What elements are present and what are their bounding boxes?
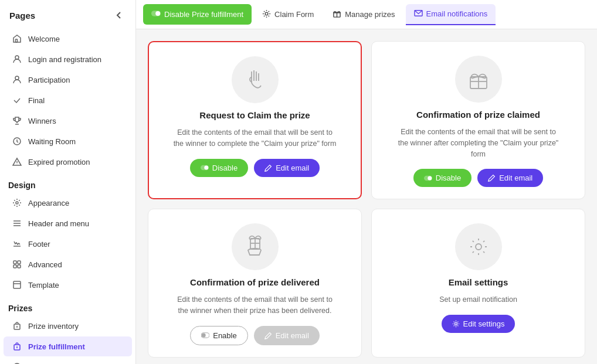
sidebar-item-label: Participation bbox=[28, 76, 70, 84]
topbar: Disable Prize fulfillment Claim Form Man… bbox=[136, 0, 597, 29]
disable-prize-fulfillment-button[interactable]: Disable Prize fulfillment bbox=[143, 4, 252, 25]
prize-fulfillment-icon bbox=[12, 341, 22, 352]
request-claim-card: Request to Claim the prize Edit the cont… bbox=[148, 41, 362, 199]
sidebar-item-prize-fulfillment[interactable]: Prize fulfillment bbox=[4, 336, 132, 356]
topbar-btn-label: Claim Form bbox=[274, 10, 314, 19]
sidebar-item-label: Prize inventory bbox=[28, 322, 79, 331]
edit-email-button-disabled: Edit email bbox=[254, 326, 320, 345]
svg-point-1 bbox=[15, 56, 19, 59]
topbar-btn-label: Email notifications bbox=[426, 9, 488, 18]
card-actions: Enable Edit email bbox=[190, 326, 320, 345]
svg-rect-5 bbox=[13, 261, 16, 264]
sidebar-item-prize-inventory[interactable]: Prize inventory bbox=[4, 316, 132, 336]
svg-point-25 bbox=[202, 334, 206, 338]
enable-label: Enable bbox=[213, 331, 236, 340]
email-icon bbox=[414, 9, 423, 19]
card-desc: Edit the contents of the email that will… bbox=[173, 294, 337, 317]
sidebar-item-label: Prize fulfillment bbox=[28, 342, 85, 351]
sidebar-collapse-button[interactable] bbox=[112, 8, 126, 22]
card-actions: Disable Edit email bbox=[190, 159, 320, 177]
sidebar-item-template[interactable]: Template bbox=[4, 275, 132, 295]
card-title: Confirmation of prize delivered bbox=[190, 277, 320, 287]
hand-stop-icon-circle bbox=[232, 56, 279, 103]
gift-icon bbox=[333, 9, 341, 20]
main-content: Disable Prize fulfillment Claim Form Man… bbox=[136, 0, 597, 364]
svg-point-27 bbox=[454, 322, 457, 325]
manage-prizes-button[interactable]: Manage prizes bbox=[324, 5, 403, 25]
card-actions: Edit settings bbox=[442, 315, 515, 333]
instant-win-icon bbox=[12, 362, 22, 364]
footer-icon bbox=[12, 239, 22, 249]
sidebar-item-label: Login and registration bbox=[28, 55, 101, 64]
disable-label: Disable bbox=[436, 174, 461, 182]
disable-label: Disable bbox=[212, 164, 238, 172]
sidebar-item-label: Winners bbox=[28, 117, 56, 125]
confirmation-delivered-card: Confirmation of prize delivered Edit the… bbox=[148, 209, 362, 358]
sidebar-item-advanced[interactable]: Advanced bbox=[4, 254, 132, 274]
svg-point-19 bbox=[204, 166, 208, 170]
sidebar-item-final[interactable]: Final bbox=[4, 90, 132, 110]
edit-email-label: Edit email bbox=[276, 164, 309, 172]
card-actions: Disable Edit email bbox=[413, 169, 543, 187]
email-settings-card: Email settings Set up email notification… bbox=[371, 209, 585, 358]
sidebar-item-instant-win[interactable]: Instant Win bbox=[4, 357, 132, 364]
sidebar-item-expired[interactable]: Expired promotion bbox=[4, 152, 132, 172]
sidebar-title: Pages bbox=[9, 11, 35, 21]
confirmation-claimed-card: Confirmation of prize claimed Edit the c… bbox=[371, 41, 585, 199]
sidebar-item-label: Header and menu bbox=[28, 219, 89, 228]
gift-icon-circle bbox=[455, 56, 502, 103]
edit-settings-label: Edit settings bbox=[463, 319, 505, 328]
svg-point-26 bbox=[476, 244, 481, 250]
warning-icon bbox=[12, 157, 22, 167]
svg-rect-0 bbox=[16, 39, 18, 42]
svg-rect-7 bbox=[13, 265, 16, 268]
claim-form-button[interactable]: Claim Form bbox=[254, 5, 322, 25]
svg-point-2 bbox=[15, 76, 19, 80]
sidebar-item-label: Appearance bbox=[28, 199, 69, 207]
sidebar-item-label: Welcome bbox=[28, 35, 60, 43]
card-title: Confirmation of prize claimed bbox=[416, 110, 540, 120]
edit-email-label: Edit email bbox=[276, 331, 309, 340]
sidebar-item-appearance[interactable]: Appearance bbox=[4, 193, 132, 213]
participation-icon bbox=[12, 74, 22, 85]
card-desc: Set up email notification bbox=[439, 294, 517, 305]
sidebar-item-welcome[interactable]: Welcome bbox=[4, 29, 132, 49]
sidebar-item-login[interactable]: Login and registration bbox=[4, 49, 132, 69]
disable-button[interactable]: Disable bbox=[190, 159, 248, 177]
enable-button[interactable]: Enable bbox=[190, 326, 247, 345]
disable-button[interactable]: Disable bbox=[413, 169, 472, 187]
waiting-icon bbox=[12, 136, 22, 147]
gift-hand-icon-circle bbox=[232, 223, 279, 270]
card-desc: Edit the contents of the email that will… bbox=[173, 127, 337, 149]
svg-point-15 bbox=[265, 12, 268, 15]
advanced-icon bbox=[12, 259, 22, 270]
edit-email-button[interactable]: Edit email bbox=[477, 169, 543, 187]
user-icon bbox=[12, 54, 22, 64]
sidebar-item-label: Template bbox=[28, 281, 59, 290]
sidebar-item-winners[interactable]: Winners bbox=[4, 111, 132, 131]
check-icon bbox=[12, 95, 22, 106]
edit-settings-button[interactable]: Edit settings bbox=[442, 315, 515, 333]
svg-point-22 bbox=[428, 176, 432, 180]
sidebar-item-header-menu[interactable]: Header and menu bbox=[4, 213, 132, 233]
svg-rect-6 bbox=[18, 261, 21, 264]
sidebar-item-footer[interactable]: Footer bbox=[4, 234, 132, 254]
sidebar-item-waiting-room[interactable]: Waiting Room bbox=[4, 131, 132, 151]
appearance-icon bbox=[12, 198, 22, 208]
email-notifications-button[interactable]: Email notifications bbox=[406, 4, 496, 25]
topbar-btn-label: Disable Prize fulfillment bbox=[164, 10, 243, 19]
sidebar-header: Pages bbox=[0, 0, 135, 28]
sidebar-item-participation[interactable]: Participation bbox=[4, 70, 132, 90]
edit-email-button[interactable]: Edit email bbox=[254, 159, 320, 177]
card-desc: Edit the contents of the email that will… bbox=[396, 127, 561, 159]
svg-rect-9 bbox=[13, 281, 21, 288]
sidebar-item-label: Advanced bbox=[28, 260, 62, 269]
sidebar-prizes-section: Prize inventory Prize fulfillment Instan… bbox=[0, 315, 135, 364]
prize-inventory-icon bbox=[12, 321, 22, 331]
home-icon bbox=[12, 33, 22, 44]
sidebar: Pages Welcome Login and registration Par… bbox=[0, 0, 136, 364]
topbar-btn-label: Manage prizes bbox=[345, 10, 395, 19]
template-icon bbox=[12, 280, 22, 290]
sidebar-design-section: Appearance Header and menu Footer Advanc… bbox=[0, 192, 135, 295]
sidebar-item-label: Final bbox=[28, 96, 45, 105]
